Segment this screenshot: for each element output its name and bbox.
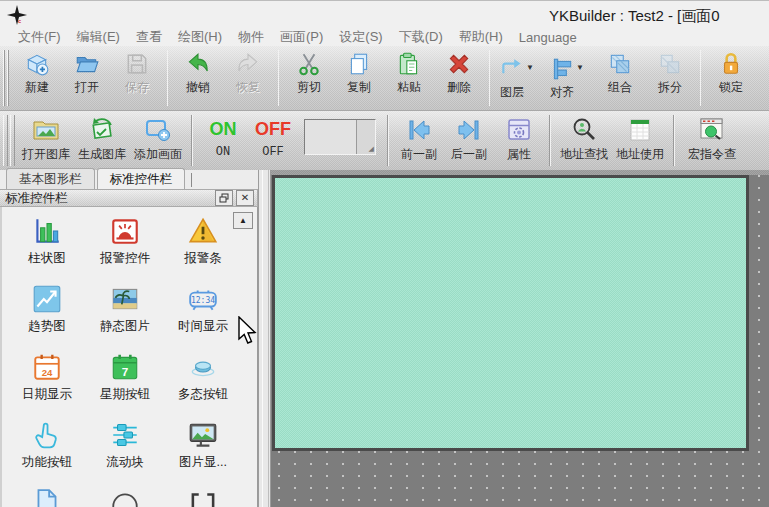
lock-button[interactable]: 锁定 (706, 46, 756, 110)
control-label: 日期显示 (22, 386, 72, 403)
menu-download[interactable]: 下载(D) (391, 28, 451, 46)
redo-button[interactable]: 恢复 (223, 46, 273, 110)
group-icon (607, 51, 633, 77)
tab-standard-controls[interactable]: 标准控件栏 (97, 168, 186, 189)
menu-object[interactable]: 物件 (230, 28, 272, 46)
toolbar-gripper[interactable] (10, 115, 15, 166)
dropdown-caret-icon[interactable]: ▼ (576, 63, 584, 72)
control-clipped-circle[interactable] (86, 485, 164, 507)
app-logo-icon: c (6, 4, 28, 26)
control-clipped-document[interactable] (8, 485, 86, 507)
paste-button[interactable]: 粘贴 (384, 46, 434, 110)
align-button[interactable]: 对齐 ▼ (545, 46, 595, 110)
new-button[interactable]: 新建 (12, 46, 62, 110)
copy-button[interactable]: 复制 (334, 46, 384, 110)
menu-language[interactable]: Language (511, 30, 585, 45)
control-alarm-widget[interactable]: 报警控件 (86, 213, 164, 281)
button-label: 生成图库 (78, 147, 126, 161)
button-label: 图层 (500, 85, 524, 99)
control-trend-chart[interactable]: 趋势图 (8, 281, 86, 349)
menu-settings[interactable]: 设定(S) (331, 28, 390, 46)
generate-gallery-button[interactable]: 生成图库 (74, 111, 130, 170)
control-week-button[interactable]: 7 星期按钮 (86, 349, 164, 417)
button-label: 后一副 (451, 147, 487, 161)
prev-screen-button[interactable]: 前一副 (394, 111, 444, 170)
toolbar-gripper[interactable] (3, 50, 5, 106)
button-label: ON (216, 145, 230, 159)
date-icon-number: 24 (42, 367, 53, 378)
undo-button[interactable]: 撤销 (173, 46, 223, 110)
group-button[interactable]: 组合 (595, 46, 645, 110)
toolbar-separator (387, 115, 389, 166)
cut-scissors-icon (296, 51, 322, 77)
menu-help[interactable]: 帮助(H) (451, 28, 511, 46)
ykbuilder-window: { "window": { "title": "YKBuilder : Test… (0, 0, 769, 507)
control-function-button[interactable]: 功能按钮 (8, 417, 86, 485)
window-title: YKBuilder : Test2 - [画面0 (549, 7, 720, 26)
add-screen-button[interactable]: 添加画面 (130, 111, 186, 170)
panel-close-button[interactable]: ✕ (236, 190, 254, 206)
toolbar-gripper[interactable] (3, 115, 8, 166)
off-button[interactable]: OFF OFF (248, 111, 298, 170)
combobox-value (305, 120, 356, 154)
tab-basic-graphics[interactable]: 基本图形栏 (6, 168, 95, 189)
button-label: 粘贴 (397, 80, 421, 94)
control-label: 报警控件 (100, 250, 150, 267)
control-time-display[interactable]: 12:34 时间显示 (164, 281, 242, 349)
button-label: 地址使用 (616, 147, 664, 161)
address-usage-button[interactable]: 地址使用 (612, 111, 668, 170)
unlock-button[interactable]: 解锁 (756, 46, 769, 110)
button-label: 打开图库 (22, 147, 70, 161)
ungroup-button[interactable]: 拆分 (645, 46, 695, 110)
control-clipped-brackets[interactable] (164, 485, 242, 507)
menu-screen[interactable]: 画面(P) (272, 28, 331, 46)
controls-grid: 柱状图 报警控件 报警条 (8, 213, 242, 507)
macro-button[interactable]: 宏指令查 (680, 111, 744, 170)
tab-divider (191, 173, 192, 187)
cut-button[interactable]: 剪切 (284, 46, 334, 110)
main-toolbar: 新建 打开 保存 撤销 恢复 剪切 复制 (0, 46, 769, 111)
dropdown-caret-icon[interactable]: ▼ (526, 63, 534, 72)
combobox-dropdown-button[interactable]: ◢ (356, 120, 375, 154)
button-label: 剪切 (297, 80, 321, 94)
screen0-canvas[interactable] (272, 175, 749, 451)
menu-view[interactable]: 查看 (128, 28, 170, 46)
scroll-up-arrow-icon: ▲ (239, 216, 247, 225)
button-label: 拆分 (658, 80, 682, 94)
control-bar-chart[interactable]: 柱状图 (8, 213, 86, 281)
control-label: 报警条 (184, 250, 222, 267)
button-label: 对齐 (550, 85, 574, 99)
menu-draw[interactable]: 绘图(H) (170, 28, 230, 46)
delete-button[interactable]: 删除 (434, 46, 484, 110)
paste-icon (396, 51, 422, 77)
button-label: 组合 (608, 80, 632, 94)
secondary-toolbar: 打开图库 生成图库 添加画面 ON ON OFF OFF ◢ (0, 111, 769, 171)
control-picture-display[interactable]: 图片显... (164, 417, 242, 485)
panel-float-button[interactable] (215, 190, 233, 206)
toolbar-separator (673, 115, 675, 166)
alarm-bar-icon (187, 215, 219, 247)
control-flow-block[interactable]: 流动块 (86, 417, 164, 485)
menu-edit[interactable]: 编辑(E) (69, 28, 128, 46)
panel-scroll-up-button[interactable]: ▲ (233, 212, 253, 229)
open-gallery-button[interactable]: 打开图库 (18, 111, 74, 170)
control-label: 趋势图 (28, 318, 66, 335)
on-button[interactable]: ON ON (198, 111, 248, 170)
button-label: 宏指令查 (688, 147, 736, 161)
save-button[interactable]: 保存 (112, 46, 162, 110)
control-static-image[interactable]: 静态图片 (86, 281, 164, 349)
address-find-button[interactable]: 地址查找 (556, 111, 612, 170)
menu-file[interactable]: 文件(F) (10, 28, 69, 46)
control-date-display[interactable]: 24 日期显示 (8, 349, 86, 417)
control-alarm-bar[interactable]: 报警条 (164, 213, 242, 281)
state-combobox[interactable]: ◢ (304, 119, 376, 155)
layer-button[interactable]: 图层 ▼ (495, 46, 545, 110)
control-multistate-button[interactable]: 多态按钮 (164, 349, 242, 417)
open-button[interactable]: 打开 (62, 46, 112, 110)
toolbar-gripper[interactable] (7, 50, 9, 106)
properties-button[interactable]: 属性 (494, 111, 544, 170)
on-icon: ON (210, 116, 237, 142)
picture-display-icon (187, 419, 219, 451)
button-label: 新建 (25, 80, 49, 94)
next-screen-button[interactable]: 后一副 (444, 111, 494, 170)
